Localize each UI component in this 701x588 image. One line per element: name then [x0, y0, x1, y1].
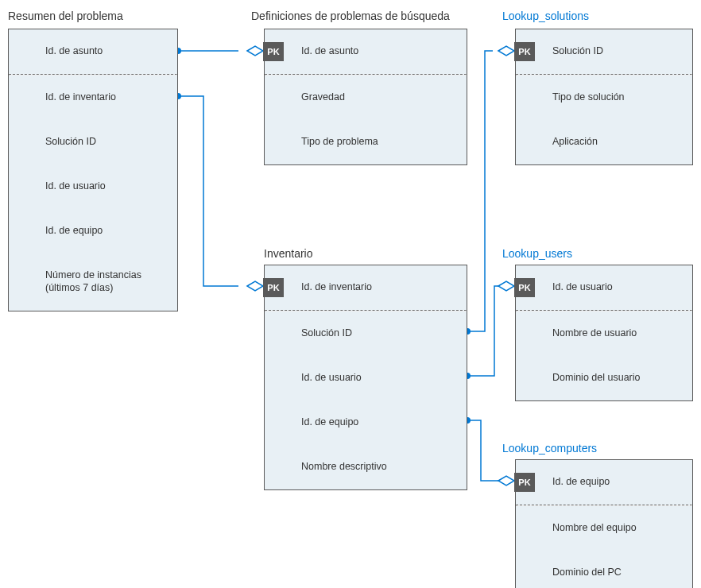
- field-row: Tipo de problema: [265, 120, 467, 164]
- field-label: Gravedad: [301, 91, 345, 104]
- er-diagram-canvas: Resumen del problema Definiciones de pro…: [0, 0, 701, 588]
- field-label: Id. de inventario: [45, 91, 116, 104]
- field-row: PK Id. de inventario: [265, 265, 467, 310]
- field-row: Nombre descriptivo: [265, 445, 467, 489]
- field-label: Dominio del PC: [552, 567, 622, 579]
- title-lookup-computers[interactable]: Lookup_computers: [502, 442, 597, 455]
- pk-badge: PK: [514, 278, 535, 297]
- field-row: Id. de inventario: [9, 75, 177, 120]
- field-label: Id. de inventario: [301, 281, 372, 294]
- field-row: Número de instancias (últimos 7 días): [9, 253, 177, 311]
- field-row: Id. de equipo: [265, 400, 467, 445]
- entity-definiciones: PK Id. de asunto Gravedad Tipo de proble…: [264, 29, 467, 165]
- pk-badge: PK: [514, 473, 535, 492]
- field-row: Id. de usuario: [265, 356, 467, 400]
- field-label: Solución ID: [301, 327, 352, 340]
- svg-marker-1: [247, 46, 263, 56]
- field-label: Aplicación: [552, 136, 598, 149]
- svg-marker-5: [498, 46, 514, 56]
- field-label: Tipo de solución: [552, 91, 625, 104]
- field-row: PK Id. de equipo: [516, 460, 692, 505]
- svg-marker-7: [498, 281, 514, 291]
- pk-badge: PK: [514, 42, 535, 61]
- entity-resumen: Id. de asunto Id. de inventario Solución…: [8, 29, 178, 311]
- svg-marker-3: [247, 281, 263, 291]
- field-row: Id. de asunto: [9, 29, 177, 74]
- field-row: Id. de usuario: [9, 164, 177, 209]
- svg-marker-9: [498, 476, 514, 485]
- entity-lookup-computers: PK Id. de equipo Nombre del equipo Domin…: [515, 459, 693, 588]
- title-inventario: Inventario: [264, 247, 312, 260]
- field-row: Aplicación: [516, 120, 692, 164]
- field-label: Id. de usuario: [301, 372, 362, 385]
- field-label: Id. de usuario: [45, 180, 106, 193]
- field-row: PK Id. de asunto: [265, 29, 467, 74]
- field-row: Nombre del equipo: [516, 506, 692, 551]
- field-label: Nombre del equipo: [552, 522, 637, 535]
- field-row: Tipo de solución: [516, 75, 692, 120]
- title-resumen: Resumen del problema: [8, 10, 123, 22]
- title-lookup-solutions[interactable]: Lookup_solutions: [502, 10, 589, 22]
- entity-lookup-users: PK Id. de usuario Nombre de usuario Domi…: [515, 265, 693, 401]
- field-label: Id. de usuario: [552, 281, 613, 294]
- field-row: Id. de equipo: [9, 209, 177, 253]
- field-row: Solución ID: [9, 120, 177, 164]
- field-label: Nombre descriptivo: [301, 461, 387, 474]
- entity-lookup-solutions: PK Solución ID Tipo de solución Aplicaci…: [515, 29, 693, 165]
- field-row: PK Solución ID: [516, 29, 692, 74]
- title-definiciones: Definiciones de problemas de búsqueda: [251, 10, 450, 22]
- field-row: PK Id. de usuario: [516, 265, 692, 310]
- title-lookup-users[interactable]: Lookup_users: [502, 247, 572, 260]
- field-label: Dominio del usuario: [552, 372, 640, 385]
- pk-badge: PK: [263, 278, 284, 297]
- field-label: Id. de equipo: [552, 476, 610, 489]
- field-label: Nombre de usuario: [552, 327, 637, 340]
- field-row: Nombre de usuario: [516, 311, 692, 356]
- field-row: Gravedad: [265, 75, 467, 120]
- pk-badge: PK: [263, 42, 284, 61]
- field-row: Dominio del PC: [516, 551, 692, 588]
- field-label: Tipo de problema: [301, 136, 378, 149]
- field-label: Id. de equipo: [301, 416, 358, 429]
- entity-inventario: PK Id. de inventario Solución ID Id. de …: [264, 265, 467, 490]
- field-label: Solución ID: [45, 136, 96, 149]
- field-label: Solución ID: [552, 45, 603, 58]
- field-label: Id. de asunto: [45, 45, 103, 58]
- field-label: Id. de asunto: [301, 45, 358, 58]
- field-label: Id. de equipo: [45, 225, 103, 238]
- field-row: Dominio del usuario: [516, 356, 692, 400]
- field-row: Solución ID: [265, 311, 467, 356]
- field-label: Número de instancias (últimos 7 días): [45, 269, 157, 294]
